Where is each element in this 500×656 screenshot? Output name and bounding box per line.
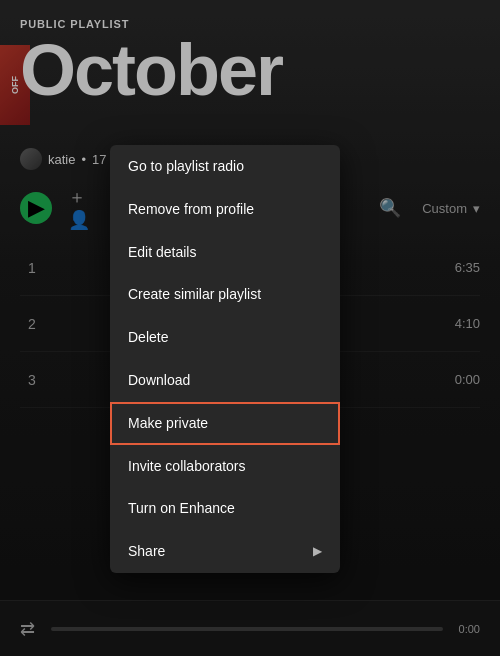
context-menu-item-make-private[interactable]: Make private [110, 402, 340, 445]
context-menu-item-invite-collaborators[interactable]: Invite collaborators [110, 445, 340, 488]
menu-item-label: Turn on Enhance [128, 500, 235, 517]
context-menu-item-delete[interactable]: Delete [110, 316, 340, 359]
menu-item-label: Make private [128, 415, 208, 432]
context-menu-item-download[interactable]: Download [110, 359, 340, 402]
menu-item-label: Invite collaborators [128, 458, 246, 475]
menu-item-label: Create similar playlist [128, 286, 261, 303]
context-menu: Go to playlist radioRemove from profileE… [110, 145, 340, 573]
context-menu-item-edit-details[interactable]: Edit details [110, 231, 340, 274]
context-menu-item-turn-on-enhance[interactable]: Turn on Enhance [110, 487, 340, 530]
menu-item-label: Download [128, 372, 190, 389]
context-menu-item-go-to-playlist-radio[interactable]: Go to playlist radio [110, 145, 340, 188]
context-menu-item-share[interactable]: Share▶ [110, 530, 340, 573]
context-menu-item-remove-from-profile[interactable]: Remove from profile [110, 188, 340, 231]
menu-item-label: Remove from profile [128, 201, 254, 218]
menu-item-label: Delete [128, 329, 168, 346]
menu-item-label: Go to playlist radio [128, 158, 244, 175]
context-menu-item-create-similar-playlist[interactable]: Create similar playlist [110, 273, 340, 316]
menu-item-label: Edit details [128, 244, 196, 261]
chevron-right-icon: ▶ [313, 544, 322, 558]
menu-item-label: Share [128, 543, 165, 560]
